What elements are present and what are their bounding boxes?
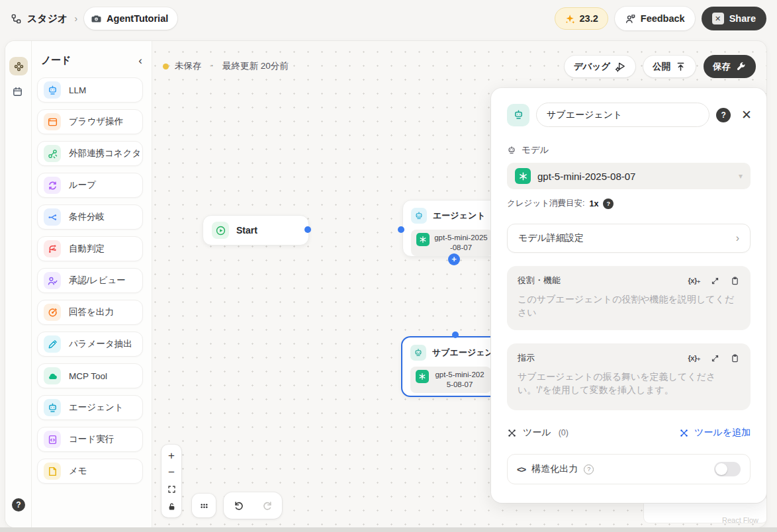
instructions-label: 指示 [518, 352, 535, 364]
openai-icon [515, 168, 531, 184]
rail-schedule-tab[interactable] [12, 86, 25, 99]
share-button[interactable]: ✕ Share [702, 7, 766, 30]
nodes-icon [13, 61, 24, 72]
info-circle-icon[interactable]: ? [584, 465, 594, 474]
camera-icon [91, 13, 102, 24]
app-name[interactable]: スタジオ [27, 13, 68, 25]
unsaved-label: 未保存 [175, 60, 202, 72]
palette-item-param-extract[interactable]: パラメータ抽出 [37, 332, 143, 357]
add-next-node-button[interactable]: + [448, 253, 460, 265]
palette-item-memo[interactable]: メモ [37, 459, 143, 484]
fit-view-button[interactable] [163, 482, 179, 497]
palette-item-code[interactable]: コード実行 [37, 427, 143, 452]
close-icon[interactable]: ✕ [741, 109, 752, 121]
role-label: 役割・機能 [518, 275, 561, 287]
help-circle-icon[interactable]: ? [603, 199, 614, 209]
palette-item-loop[interactable]: ループ [37, 173, 143, 198]
history-controls [224, 492, 282, 519]
palette-item-mcp-tool[interactable]: MCP Tool [37, 363, 143, 388]
lock-button[interactable] [163, 499, 179, 513]
credits-value: 23.2 [580, 13, 598, 24]
zoom-in-button[interactable]: + [163, 449, 179, 463]
role-function-field[interactable]: 役割・機能 {x}₊ このサブエージェントの役割や機能を説明してください [507, 266, 751, 330]
copy-icon[interactable] [730, 353, 740, 363]
publish-label: 公開 [653, 61, 670, 73]
palette-item-label: ブラウザ操作 [69, 116, 123, 128]
redo-button[interactable] [259, 497, 276, 514]
save-button[interactable]: 保存 [704, 55, 756, 78]
advanced-settings-label: モデル詳細設定 [518, 232, 584, 244]
node-subagent-selected[interactable]: サブエージェント gpt-5-mini-2025-08-07 [401, 336, 500, 397]
node-agent[interactable]: エージェント gpt-5-mini-2025-08-07 [402, 200, 502, 257]
palette-item-browser[interactable]: ブラウザ操作 [37, 109, 143, 134]
node-name-input[interactable] [536, 103, 709, 127]
model-section-label: モデル [522, 144, 549, 156]
undo-button[interactable] [230, 497, 247, 514]
cloud-icon [44, 367, 61, 384]
expand-icon[interactable] [710, 276, 720, 286]
palette-item-label: 外部連携コネクタ [69, 148, 141, 159]
robot-icon [411, 208, 427, 224]
palette-item-label: ループ [69, 179, 96, 191]
handle-agent-in[interactable] [398, 226, 404, 233]
unsaved-dot-icon [163, 64, 169, 69]
palette-item-label: コード実行 [69, 433, 114, 445]
add-tool-button[interactable]: ツールを追加 [679, 427, 751, 439]
rail-nodes-tab[interactable] [9, 57, 28, 75]
feedback-button[interactable]: Feedback [615, 7, 695, 30]
palette-item-label: メモ [69, 465, 87, 477]
handle-subagent-in[interactable] [452, 332, 459, 338]
palette-item-label: 自動判定 [69, 243, 105, 255]
structured-output-row: <> 構造化出力 ? [507, 454, 751, 484]
palette-item-label: エージェント [69, 402, 124, 414]
model-value: gpt-5-mini-2025-08-07 [537, 171, 732, 182]
palette-item-answer[interactable]: 回答を出力 [37, 300, 143, 325]
window-bottom-edge [0, 527, 777, 532]
workspace: ? ノード ‹ LLM ブラウザ操作 外部連携コネクタ ループ [5, 41, 766, 527]
structured-output-toggle[interactable] [714, 462, 741, 476]
browser-icon [44, 113, 61, 130]
grid-layout-button[interactable] [192, 494, 216, 517]
feedback-icon [625, 13, 636, 24]
node-palette: ノード ‹ LLM ブラウザ操作 外部連携コネクタ ループ 条件分岐 [32, 41, 152, 527]
node-agent-title: エージェント [433, 210, 486, 222]
play-circle-icon [212, 222, 229, 239]
palette-item-connector[interactable]: 外部連携コネクタ [37, 141, 143, 166]
debug-button[interactable]: デバッグ [565, 56, 635, 77]
copy-icon[interactable] [730, 276, 740, 286]
palette-item-review[interactable]: 承認/レビュー [37, 268, 143, 293]
handle-start-out[interactable] [304, 226, 311, 233]
collapse-panel-icon[interactable]: ‹ [138, 55, 142, 66]
node-agent-model: gpt-5-mini-2025-08-07 [434, 233, 488, 253]
palette-item-agent[interactable]: エージェント [37, 395, 143, 420]
feedback-label: Feedback [641, 13, 685, 24]
palette-item-condition[interactable]: 条件分岐 [37, 204, 143, 230]
wrench-icon [735, 61, 747, 72]
insert-variable-icon[interactable]: {x}₊ [688, 354, 701, 363]
structured-output-label: 構造化出力 [531, 463, 578, 475]
node-start[interactable]: Start [203, 215, 309, 245]
calendar-icon [12, 86, 23, 97]
toggle-knob [715, 463, 727, 475]
subagent-robot-icon [507, 104, 529, 126]
help-button[interactable]: ? [12, 498, 25, 511]
instructions-field[interactable]: 指示 {x}₊ サブエージェントの振る舞いを定義してください。'/'を使用して変… [507, 343, 751, 410]
breadcrumb: スタジオ › AgentTutorial [11, 7, 177, 30]
insert-variable-icon[interactable]: {x}₊ [688, 277, 701, 285]
loop-icon [44, 177, 61, 194]
publish-button[interactable]: 公開 [643, 56, 696, 77]
zoom-out-button[interactable]: − [163, 465, 179, 480]
save-label: 保存 [713, 61, 731, 73]
credits-badge[interactable]: 23.2 [555, 7, 608, 30]
workflow-logo-icon [11, 13, 22, 24]
help-circle-icon[interactable]: ? [716, 108, 731, 122]
chevron-right-icon: › [736, 232, 739, 244]
person-check-icon [44, 272, 61, 289]
palette-item-autojudge[interactable]: 自動判定 [37, 236, 143, 261]
model-select[interactable]: gpt-5-mini-2025-08-07 ▾ [507, 163, 751, 189]
expand-icon[interactable] [710, 353, 720, 363]
tools-icon [679, 428, 689, 438]
model-advanced-settings-button[interactable]: モデル詳細設定 › [507, 224, 751, 253]
project-pill[interactable]: AgentTutorial [84, 7, 177, 30]
palette-item-llm[interactable]: LLM [37, 77, 143, 103]
